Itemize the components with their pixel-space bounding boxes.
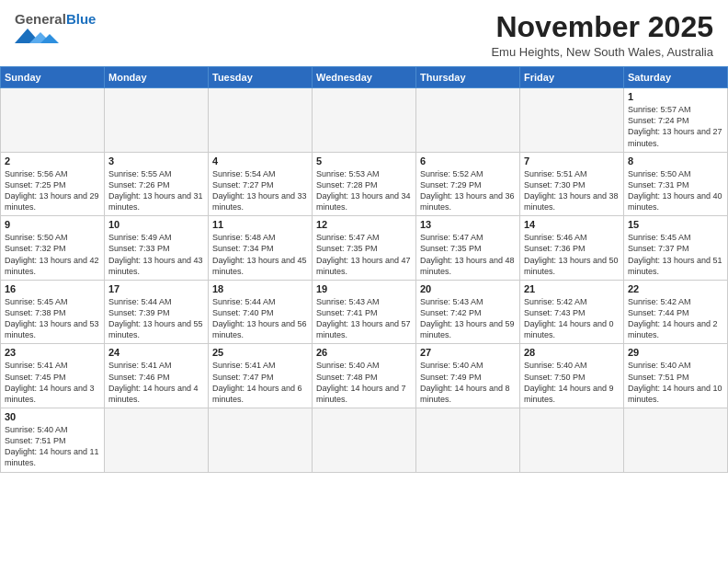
day-cell: 5Sunrise: 5:53 AMSunset: 7:28 PMDaylight…	[313, 152, 416, 216]
day-info: Sunrise: 5:50 AMSunset: 7:31 PMDaylight:…	[628, 168, 723, 213]
day-number: 14	[524, 219, 620, 230]
day-cell: 3Sunrise: 5:55 AMSunset: 7:26 PMDaylight…	[105, 152, 209, 216]
day-number: 29	[628, 347, 723, 358]
day-info: Sunrise: 5:43 AMSunset: 7:42 PMDaylight:…	[420, 296, 516, 341]
day-cell: 6Sunrise: 5:52 AMSunset: 7:29 PMDaylight…	[416, 152, 520, 216]
logo-icon	[15, 27, 61, 45]
day-cell: 18Sunrise: 5:44 AMSunset: 7:40 PMDayligh…	[209, 280, 313, 344]
day-info: Sunrise: 5:40 AMSunset: 7:49 PMDaylight:…	[420, 360, 516, 405]
calendar: SundayMondayTuesdayWednesdayThursdayFrid…	[0, 66, 728, 472]
day-cell: 8Sunrise: 5:50 AMSunset: 7:31 PMDaylight…	[624, 152, 728, 216]
day-number: 17	[108, 283, 204, 294]
day-number: 23	[5, 347, 100, 358]
day-number: 24	[108, 347, 204, 358]
day-cell	[416, 408, 520, 473]
day-cell	[520, 408, 624, 473]
header: General Blue November 2025 Emu Heights, …	[0, 0, 728, 66]
day-number: 6	[420, 155, 516, 167]
weekday-monday: Monday	[105, 67, 209, 88]
day-cell: 7Sunrise: 5:51 AMSunset: 7:30 PMDaylight…	[520, 152, 624, 216]
week-row-6: 30Sunrise: 5:40 AMSunset: 7:51 PMDayligh…	[1, 408, 728, 473]
day-info: Sunrise: 5:51 AMSunset: 7:30 PMDaylight:…	[524, 168, 620, 213]
day-number: 13	[420, 219, 516, 230]
day-info: Sunrise: 5:45 AMSunset: 7:37 PMDaylight:…	[628, 232, 723, 277]
day-info: Sunrise: 5:47 AMSunset: 7:35 PMDaylight:…	[420, 232, 516, 277]
logo-blue-text: Blue	[66, 11, 97, 27]
day-number: 25	[212, 347, 308, 358]
day-cell	[209, 88, 313, 153]
day-info: Sunrise: 5:44 AMSunset: 7:39 PMDaylight:…	[108, 296, 204, 341]
day-number: 1	[628, 91, 723, 102]
day-info: Sunrise: 5:42 AMSunset: 7:44 PMDaylight:…	[628, 296, 723, 341]
day-cell: 21Sunrise: 5:42 AMSunset: 7:43 PMDayligh…	[520, 280, 624, 344]
day-cell	[624, 408, 728, 473]
day-cell: 23Sunrise: 5:41 AMSunset: 7:45 PMDayligh…	[1, 344, 105, 408]
day-info: Sunrise: 5:40 AMSunset: 7:51 PMDaylight:…	[628, 360, 723, 405]
weekday-sunday: Sunday	[1, 67, 105, 88]
day-info: Sunrise: 5:49 AMSunset: 7:33 PMDaylight:…	[108, 232, 204, 277]
month-title: November 2025	[491, 11, 713, 43]
day-info: Sunrise: 5:42 AMSunset: 7:43 PMDaylight:…	[524, 296, 620, 341]
day-cell: 30Sunrise: 5:40 AMSunset: 7:51 PMDayligh…	[1, 408, 105, 473]
day-cell: 24Sunrise: 5:41 AMSunset: 7:46 PMDayligh…	[105, 344, 209, 408]
day-cell	[105, 88, 209, 153]
day-cell: 26Sunrise: 5:40 AMSunset: 7:48 PMDayligh…	[313, 344, 416, 408]
day-info: Sunrise: 5:44 AMSunset: 7:40 PMDaylight:…	[212, 296, 308, 341]
day-cell: 19Sunrise: 5:43 AMSunset: 7:41 PMDayligh…	[313, 280, 416, 344]
day-number: 2	[5, 155, 100, 167]
day-cell: 11Sunrise: 5:48 AMSunset: 7:34 PMDayligh…	[209, 216, 313, 281]
weekday-saturday: Saturday	[624, 67, 728, 88]
page: General Blue November 2025 Emu Heights, …	[0, 0, 728, 563]
day-number: 20	[420, 283, 516, 294]
day-number: 21	[524, 283, 620, 294]
day-cell	[105, 408, 209, 473]
day-info: Sunrise: 5:40 AMSunset: 7:48 PMDaylight:…	[316, 360, 412, 405]
day-number: 28	[524, 347, 620, 358]
day-info: Sunrise: 5:53 AMSunset: 7:28 PMDaylight:…	[316, 168, 412, 213]
day-number: 4	[212, 155, 308, 167]
day-info: Sunrise: 5:41 AMSunset: 7:47 PMDaylight:…	[212, 360, 308, 405]
weekday-thursday: Thursday	[416, 67, 520, 88]
day-cell	[313, 88, 416, 153]
day-number: 10	[108, 219, 204, 230]
day-info: Sunrise: 5:43 AMSunset: 7:41 PMDaylight:…	[316, 296, 412, 341]
day-cell: 28Sunrise: 5:40 AMSunset: 7:50 PMDayligh…	[520, 344, 624, 408]
day-info: Sunrise: 5:54 AMSunset: 7:27 PMDaylight:…	[212, 168, 308, 213]
day-number: 26	[316, 347, 412, 358]
day-cell: 13Sunrise: 5:47 AMSunset: 7:35 PMDayligh…	[416, 216, 520, 281]
day-cell: 22Sunrise: 5:42 AMSunset: 7:44 PMDayligh…	[624, 280, 728, 344]
logo-general-text: General	[15, 11, 66, 27]
day-cell: 29Sunrise: 5:40 AMSunset: 7:51 PMDayligh…	[624, 344, 728, 408]
day-info: Sunrise: 5:48 AMSunset: 7:34 PMDaylight:…	[212, 232, 308, 277]
day-cell: 1Sunrise: 5:57 AMSunset: 7:24 PMDaylight…	[624, 88, 728, 153]
title-block: November 2025 Emu Heights, New South Wal…	[491, 11, 713, 59]
day-info: Sunrise: 5:52 AMSunset: 7:29 PMDaylight:…	[420, 168, 516, 213]
week-row-5: 23Sunrise: 5:41 AMSunset: 7:45 PMDayligh…	[1, 344, 728, 408]
day-info: Sunrise: 5:40 AMSunset: 7:51 PMDaylight:…	[5, 424, 100, 469]
day-info: Sunrise: 5:40 AMSunset: 7:50 PMDaylight:…	[524, 360, 620, 405]
weekday-tuesday: Tuesday	[209, 67, 313, 88]
day-cell: 14Sunrise: 5:46 AMSunset: 7:36 PMDayligh…	[520, 216, 624, 281]
day-number: 5	[316, 155, 412, 167]
day-number: 22	[628, 283, 723, 294]
day-cell: 20Sunrise: 5:43 AMSunset: 7:42 PMDayligh…	[416, 280, 520, 344]
day-info: Sunrise: 5:57 AMSunset: 7:24 PMDaylight:…	[628, 104, 723, 149]
day-cell	[416, 88, 520, 153]
weekday-friday: Friday	[520, 67, 624, 88]
day-cell	[209, 408, 313, 473]
day-cell: 10Sunrise: 5:49 AMSunset: 7:33 PMDayligh…	[105, 216, 209, 281]
day-cell: 2Sunrise: 5:56 AMSunset: 7:25 PMDaylight…	[1, 152, 105, 216]
day-info: Sunrise: 5:56 AMSunset: 7:25 PMDaylight:…	[5, 168, 100, 213]
day-cell	[313, 408, 416, 473]
week-row-2: 2Sunrise: 5:56 AMSunset: 7:25 PMDaylight…	[1, 152, 728, 216]
day-info: Sunrise: 5:41 AMSunset: 7:46 PMDaylight:…	[108, 360, 204, 405]
day-number: 19	[316, 283, 412, 294]
day-info: Sunrise: 5:46 AMSunset: 7:36 PMDaylight:…	[524, 232, 620, 277]
day-number: 27	[420, 347, 516, 358]
day-cell: 25Sunrise: 5:41 AMSunset: 7:47 PMDayligh…	[209, 344, 313, 408]
day-number: 11	[212, 219, 308, 230]
day-number: 18	[212, 283, 308, 294]
day-info: Sunrise: 5:50 AMSunset: 7:32 PMDaylight:…	[5, 232, 100, 277]
day-cell	[520, 88, 624, 153]
logo: General Blue	[15, 11, 96, 45]
